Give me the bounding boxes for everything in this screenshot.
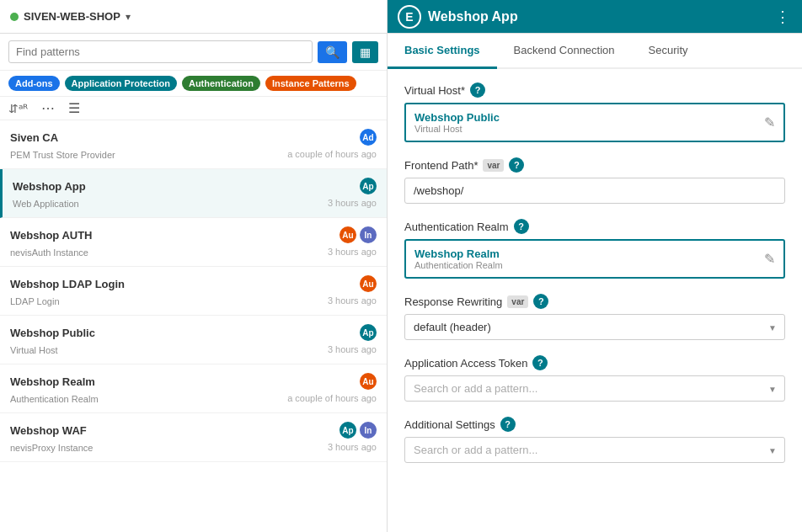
tab-security[interactable]: Security [632,34,705,69]
response-rewriting-wrapper: default (header) [404,314,785,340]
auth-realm-label: Authentication Realm [404,221,509,233]
additional-settings-help-icon[interactable]: ? [500,417,516,432]
virtual-host-selected-sublabel: Virtual Host [414,124,500,134]
tag-instance-patterns[interactable]: Instance Patterns [265,76,356,91]
sort-icon[interactable]: ⇵ᵃᴿ [8,102,28,115]
additional-settings-label: Additional Settings [404,418,495,431]
badge-in: In [360,422,377,439]
header-menu-button[interactable]: ⋮ [775,8,792,26]
tag-addons[interactable]: Add-ons [8,76,60,91]
right-header: E Webshop App ⋮ [388,0,802,33]
tabs-row: Basic Settings Backend Connection Securi… [388,34,802,69]
list-item[interactable]: Webshop Public Ap Virtual Host 3 hours a… [0,316,387,364]
tags-row: Add-ons Application Protection Authentic… [0,71,387,97]
auth-realm-selected-label: Webshop Realm [414,247,503,260]
badge-ap: Ap [360,178,377,194]
auth-realm-selected-sublabel: Authentication Realm [414,260,503,270]
frontend-path-section: Frontend Path* var ? [404,157,785,204]
list-toolbar: ⇵ᵃᴿ ⋯ ☰ [0,97,387,120]
badge-au: Au [360,275,377,292]
search-input[interactable] [8,40,313,63]
application-access-token-section: Application Access Token ? ▼ [404,355,785,402]
additional-settings-input[interactable] [404,437,785,463]
virtual-host-selected-label: Webshop Public [414,111,500,124]
access-token-input[interactable] [404,375,785,402]
main-content: 🔍 ▦ Add-ons Application Protection Authe… [0,34,802,532]
badge-au: Au [340,226,356,243]
auth-realm-help-icon[interactable]: ? [514,219,529,234]
app-icon: E [398,5,421,29]
form-area: Virtual Host* ? Webshop Public Virtual H… [388,69,802,532]
badge-au: Au [360,373,377,390]
tab-basic-settings[interactable]: Basic Settings [388,34,497,69]
virtual-host-selection[interactable]: Webshop Public Virtual Host ✎ [404,103,785,142]
top-header: SIVEN-WEB-SHOP ▾ E Webshop App ⋮ [0,0,802,34]
authentication-realm-section: Authentication Realm ? Webshop Realm Aut… [404,219,785,279]
tab-backend-connection[interactable]: Backend Connection [497,34,632,69]
app-title: Webshop App [428,9,518,24]
badge-ap: Ap [360,324,377,341]
left-header: SIVEN-WEB-SHOP ▾ [0,0,388,33]
more-options-icon[interactable]: ⋯ [41,100,55,116]
response-rewriting-help-icon[interactable]: ? [533,294,548,309]
right-panel: Basic Settings Backend Connection Securi… [388,34,802,532]
tag-app-protection[interactable]: Application Protection [65,76,177,91]
virtual-host-help-icon[interactable]: ? [470,82,485,98]
access-token-help-icon[interactable]: ? [532,355,548,370]
app-dropdown-icon[interactable]: ▾ [126,11,131,23]
left-panel: 🔍 ▦ Add-ons Application Protection Authe… [0,34,388,532]
access-token-wrapper: ▼ [404,375,785,402]
list-item[interactable]: Webshop WAF Ap In nevisProxy Instance 3 … [0,413,387,462]
additional-settings-section: Additional Settings ? ▼ [404,417,785,463]
tag-authentication[interactable]: Authentication [182,76,260,91]
list-item[interactable]: Webshop AUTH Au In nevisAuth Instance 3 … [0,218,387,267]
status-dot [10,13,19,21]
search-bar: 🔍 ▦ [0,34,387,71]
response-rewriting-section: Response Rewriting var ? default (header… [404,294,785,340]
frontend-path-input[interactable] [404,178,785,204]
auth-realm-clear-button[interactable]: ✎ [764,251,775,267]
search-button[interactable]: 🔍 [318,41,347,63]
badge-ad: Ad [360,129,377,146]
response-rewriting-label: Response Rewriting [404,295,502,308]
virtual-host-section: Virtual Host* ? Webshop Public Virtual H… [404,82,785,142]
list-item[interactable]: Webshop Realm Au Authentication Realm a … [0,364,387,413]
auth-realm-selection[interactable]: Webshop Realm Authentication Realm ✎ [404,239,785,279]
var-badge: var [483,159,504,172]
frontend-path-label: Frontend Path* [404,159,478,172]
virtual-host-clear-button[interactable]: ✎ [764,114,775,130]
badge-in: In [360,226,377,243]
list-item[interactable]: Webshop App Ap Web Application 3 hours a… [0,169,387,218]
frontend-path-help-icon[interactable]: ? [509,157,524,173]
list-item[interactable]: Webshop LDAP Login Au LDAP Login 3 hours… [0,267,387,316]
app-name-label: SIVEN-WEB-SHOP [24,10,120,23]
list-item[interactable]: Siven CA Ad PEM Trust Store Provider a c… [0,120,387,169]
pattern-list: Siven CA Ad PEM Trust Store Provider a c… [0,120,387,532]
additional-settings-wrapper: ▼ [404,437,785,463]
virtual-host-label: Virtual Host* [404,84,465,97]
response-rewriting-select[interactable]: default (header) [404,314,785,340]
filter-button[interactable]: ▦ [352,41,378,63]
list-view-icon[interactable]: ☰ [68,100,80,116]
response-rewriting-var-badge: var [507,295,528,308]
badge-ap: Ap [340,422,356,439]
access-token-label: Application Access Token [404,357,527,370]
